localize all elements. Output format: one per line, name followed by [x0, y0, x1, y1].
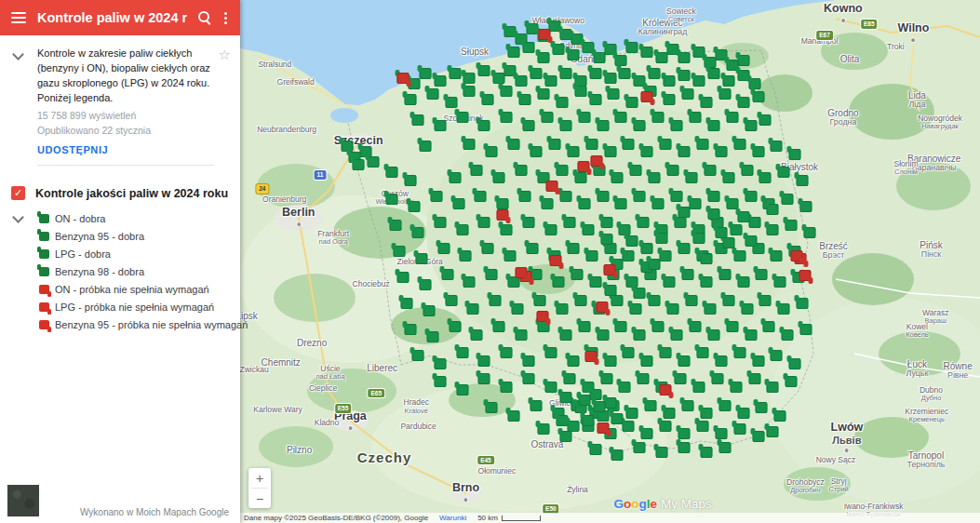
- marker-thumb-up[interactable]: [471, 329, 483, 341]
- marker-thumb-up[interactable]: [559, 120, 571, 131]
- marker-thumb-up[interactable]: [615, 198, 627, 209]
- marker-thumb-up[interactable]: [434, 75, 446, 87]
- legend-item[interactable]: Benzyna 98 - dobra: [39, 263, 231, 281]
- marker-thumb-up[interactable]: [752, 355, 764, 367]
- marker-thumb-up[interactable]: [556, 303, 568, 315]
- marker-thumb-up[interactable]: [486, 269, 498, 280]
- marker-thumb-up[interactable]: [541, 112, 553, 123]
- marker-thumb-up[interactable]: [467, 303, 479, 315]
- marker-thumb-up[interactable]: [486, 402, 498, 413]
- marker-thumb-up[interactable]: [681, 269, 693, 280]
- marker-thumb-up[interactable]: [785, 376, 798, 387]
- marker-thumb-up[interactable]: [544, 382, 557, 393]
- marker-thumb-up[interactable]: [385, 167, 397, 178]
- marker-thumb-up[interactable]: [463, 86, 476, 97]
- marker-thumb-up[interactable]: [582, 224, 594, 235]
- marker-thumb-up[interactable]: [756, 269, 768, 280]
- marker-thumb-up[interactable]: [585, 139, 597, 150]
- marker-thumb-up[interactable]: [508, 410, 520, 422]
- marker-thumb-up[interactable]: [789, 358, 801, 369]
- marker-thumb-up[interactable]: [589, 444, 601, 455]
- marker-thumb-up[interactable]: [523, 42, 535, 53]
- marker-thumb-up[interactable]: [733, 347, 745, 358]
- marker-thumb-up[interactable]: [778, 167, 790, 178]
- marker-thumb-up[interactable]: [678, 428, 691, 439]
- marker-thumb-up[interactable]: [700, 253, 712, 264]
- marker-thumb-up[interactable]: [771, 250, 783, 262]
- marker-thumb-up[interactable]: [630, 165, 642, 176]
- marker-thumb-up[interactable]: [730, 382, 742, 393]
- marker-thumb-up[interactable]: [445, 295, 457, 306]
- marker-thumb-up[interactable]: [571, 269, 583, 280]
- marker-thumb-up[interactable]: [478, 355, 490, 367]
- marker-thumb-up[interactable]: [623, 250, 635, 262]
- marker-thumb-up[interactable]: [490, 295, 502, 306]
- marker-thumb-up[interactable]: [434, 376, 446, 387]
- marker-thumb-up[interactable]: [667, 165, 679, 176]
- marker-thumb-up[interactable]: [763, 321, 775, 332]
- marker-thumb-up[interactable]: [615, 55, 627, 66]
- marker-thumb-up[interactable]: [389, 220, 401, 231]
- marker-thumb-up[interactable]: [516, 329, 528, 341]
- marker-thumb-up[interactable]: [434, 120, 446, 131]
- marker-thumb-up[interactable]: [463, 73, 476, 84]
- marker-thumb-up[interactable]: [634, 120, 646, 131]
- marker-thumb-up[interactable]: [733, 139, 745, 150]
- marker-thumb-up[interactable]: [634, 442, 646, 453]
- marker-thumb-up[interactable]: [426, 88, 438, 100]
- marker-thumb-up[interactable]: [696, 347, 708, 358]
- marker-thumb-up[interactable]: [445, 97, 457, 108]
- marker-thumb-up[interactable]: [667, 303, 679, 315]
- marker-thumb-up[interactable]: [704, 165, 716, 176]
- marker-thumb-up[interactable]: [567, 146, 579, 157]
- marker-thumb-up[interactable]: [589, 68, 601, 79]
- marker-thumb-up[interactable]: [737, 211, 749, 222]
- marker-thumb-up[interactable]: [419, 141, 431, 152]
- marker-thumb-up[interactable]: [574, 295, 586, 306]
- marker-thumb-up[interactable]: [626, 42, 638, 53]
- marker-thumb-up[interactable]: [523, 355, 535, 367]
- marker-thumb-up[interactable]: [696, 139, 708, 150]
- marker-thumb-up[interactable]: [456, 384, 468, 396]
- marker-thumb-up[interactable]: [567, 243, 579, 254]
- marker-thumb-up[interactable]: [771, 141, 783, 152]
- marker-thumb-up[interactable]: [767, 382, 779, 393]
- marker-thumb-up[interactable]: [604, 355, 616, 367]
- marker-thumb-up[interactable]: [582, 415, 594, 426]
- marker-thumb-up[interactable]: [797, 175, 809, 186]
- marker-thumb-up[interactable]: [785, 220, 798, 231]
- marker-thumb-up[interactable]: [722, 237, 734, 248]
- marker-thumb-up[interactable]: [626, 97, 638, 108]
- marker-thumb-up[interactable]: [493, 321, 505, 332]
- marker-thumb-up[interactable]: [493, 172, 505, 183]
- marker-thumb-up[interactable]: [460, 250, 472, 262]
- marker-thumb-up[interactable]: [700, 276, 712, 288]
- marker-thumb-up[interactable]: [678, 70, 691, 81]
- marker-thumb-down[interactable]: [584, 351, 597, 362]
- legend-item[interactable]: LPG - dobra: [39, 246, 231, 263]
- marker-thumb-up[interactable]: [652, 112, 665, 123]
- marker-thumb-up[interactable]: [623, 347, 635, 358]
- marker-thumb-up[interactable]: [630, 303, 642, 315]
- marker-thumb-up[interactable]: [678, 207, 691, 218]
- zoom-in-button[interactable]: +: [248, 468, 271, 488]
- marker-thumb-up[interactable]: [408, 201, 420, 212]
- marker-thumb-up[interactable]: [419, 279, 431, 290]
- marker-thumb-up[interactable]: [641, 355, 653, 367]
- marker-thumb-up[interactable]: [692, 75, 705, 87]
- marker-thumb-up[interactable]: [548, 139, 560, 150]
- marker-thumb-up[interactable]: [689, 112, 701, 123]
- marker-thumb-up[interactable]: [400, 298, 412, 309]
- marker-thumb-up[interactable]: [597, 120, 609, 131]
- marker-thumb-up[interactable]: [664, 276, 676, 288]
- marker-thumb-down[interactable]: [396, 73, 409, 84]
- search-icon[interactable]: [198, 11, 211, 24]
- marker-thumb-up[interactable]: [552, 44, 564, 55]
- marker-thumb-up[interactable]: [578, 112, 590, 123]
- marker-thumb-up[interactable]: [715, 355, 727, 367]
- marker-thumb-up[interactable]: [649, 68, 661, 79]
- marker-thumb-up[interactable]: [660, 347, 672, 358]
- marker-thumb-up[interactable]: [641, 146, 653, 157]
- marker-thumb-up[interactable]: [501, 224, 513, 235]
- marker-thumb-up[interactable]: [652, 321, 665, 332]
